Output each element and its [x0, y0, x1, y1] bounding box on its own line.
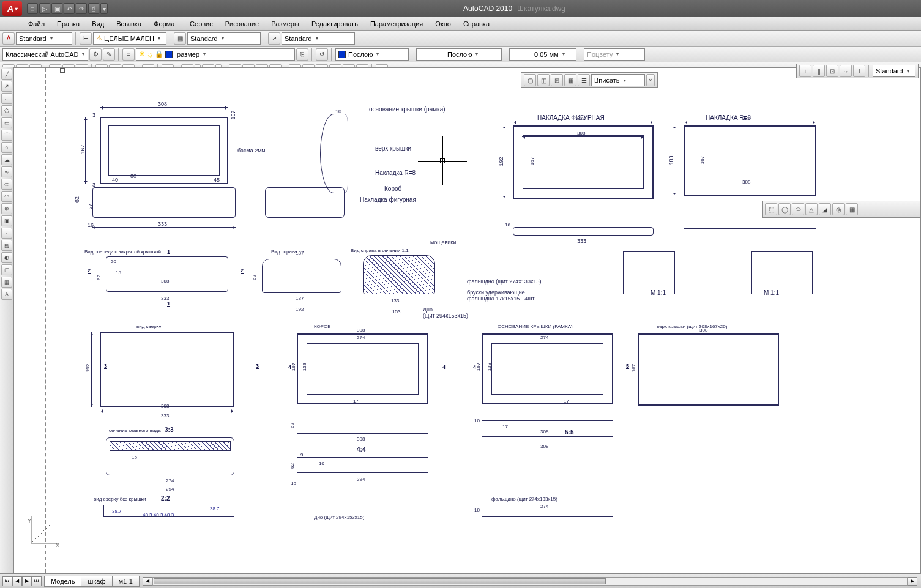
dim-333: 333 — [158, 221, 167, 227]
dim-333p1: 333 — [161, 413, 169, 419]
menu-parametric[interactable]: Параметризация — [364, 18, 429, 29]
layer-combo[interactable]: ☀☼🔒размер — [136, 48, 295, 61]
dim-333b: 333 — [577, 116, 585, 121]
linetype-combo[interactable]: Послою — [416, 48, 502, 61]
menu-format[interactable]: Формат — [147, 18, 184, 29]
qat-redo[interactable]: ↷ — [76, 3, 87, 14]
constr-icon1[interactable]: ⟂ — [799, 65, 811, 77]
rectangle-icon[interactable]: ▭ — [1, 117, 12, 128]
tab-model[interactable]: Модель — [44, 576, 81, 587]
workspace-save-icon[interactable]: ✎ — [103, 48, 115, 61]
polygon-icon[interactable]: ⬠ — [1, 105, 12, 116]
canvas[interactable]: 308 167 333 басма 2мм 80 40 45 62 16 27 … — [14, 68, 920, 573]
pal-cyl-icon[interactable]: ⬭ — [792, 203, 804, 215]
point-icon[interactable]: · — [1, 228, 12, 239]
arrow-3: 3 — [104, 363, 107, 369]
line-icon[interactable]: ╱ — [1, 69, 12, 80]
dimstyle-combo[interactable]: ⚠ЦЕЛЫЕ МАЛЕН — [93, 32, 166, 45]
textstyle-combo[interactable]: Standard — [16, 32, 72, 45]
color-combo[interactable]: Послою — [335, 48, 409, 61]
workspace-combo[interactable]: Классический AutoCAD — [2, 48, 88, 61]
region-icon[interactable]: ▢ — [1, 264, 12, 275]
menu-dimension[interactable]: Размеры — [265, 18, 305, 29]
vp-four-icon[interactable]: ▦ — [564, 74, 576, 86]
tablestyle-combo[interactable]: Standard — [187, 32, 261, 45]
pal-torus-icon[interactable]: ◎ — [832, 203, 845, 215]
hscroll-track[interactable] — [152, 577, 908, 586]
ellipsearc-icon[interactable]: ◠ — [1, 191, 12, 202]
mleader-combo[interactable]: Standard — [282, 32, 355, 45]
qat-new[interactable]: □ — [27, 3, 38, 14]
constr-icon4[interactable]: ↔ — [840, 65, 852, 77]
label-44: 4:4 — [357, 446, 365, 453]
layer-previous-icon[interactable]: ↺ — [316, 48, 328, 61]
qat-open[interactable]: ▷ — [39, 3, 50, 14]
pal-more-icon[interactable]: ▦ — [846, 203, 858, 215]
qat-print[interactable]: ⎙ — [88, 3, 99, 14]
menu-window[interactable]: Окно — [429, 18, 457, 29]
hscroll-thumb[interactable] — [154, 578, 606, 584]
constr-icon5[interactable]: ⊥ — [853, 65, 865, 77]
spline-icon[interactable]: ∿ — [1, 166, 12, 177]
plotstyle-combo[interactable]: Поцвету — [584, 48, 645, 61]
dimstyle-icon[interactable]: ⊢ — [80, 32, 92, 45]
tab-prev-icon[interactable]: ◀ — [12, 576, 22, 586]
vp-fit-combo[interactable]: Вписать — [591, 74, 645, 86]
menu-view[interactable]: Вид — [86, 18, 110, 29]
menu-help[interactable]: Справка — [457, 18, 496, 29]
circle-icon[interactable]: ○ — [1, 142, 12, 153]
qat-save[interactable]: ▣ — [51, 3, 62, 14]
lineweight-combo[interactable]: 0.05 мм — [509, 48, 576, 61]
menu-insert[interactable]: Вставка — [110, 18, 147, 29]
revcloud-icon[interactable]: ☁ — [1, 154, 12, 165]
workspace-settings-icon[interactable]: ⚙ — [89, 48, 102, 61]
pal-sphere-icon[interactable]: ◯ — [778, 203, 791, 215]
tab-layout2[interactable]: м1-1 — [112, 576, 140, 587]
table-icon[interactable]: ▦ — [1, 277, 12, 288]
pal-wedge-icon[interactable]: ◢ — [819, 203, 831, 215]
vp-named-icon[interactable]: ☰ — [578, 74, 590, 86]
hscroll-right-icon[interactable]: ▶ — [908, 577, 917, 586]
ellipse-icon[interactable]: ⬭ — [1, 179, 12, 190]
drawing-area[interactable]: 308 167 333 басма 2мм 80 40 45 62 16 27 … — [13, 67, 921, 573]
pal-cone-icon[interactable]: △ — [805, 203, 818, 215]
xline-icon[interactable]: ↗ — [1, 81, 12, 92]
pline-icon[interactable]: ⌐ — [1, 93, 12, 104]
qat-undo[interactable]: ↶ — [64, 3, 75, 14]
mtext-icon[interactable]: A — [1, 289, 12, 300]
textstyle-icon[interactable]: A — [2, 32, 15, 45]
constr-icon3[interactable]: ⊡ — [826, 65, 838, 77]
hatch-icon[interactable]: ▨ — [1, 240, 12, 251]
menu-draw[interactable]: Рисование — [219, 18, 265, 29]
menu-file[interactable]: Файл — [22, 18, 51, 29]
vp-close-icon[interactable]: × — [646, 74, 655, 86]
label-basma: басма 2мм — [237, 147, 266, 154]
annotation-combo[interactable]: Standard — [873, 65, 915, 77]
vp-single-icon[interactable]: ▢ — [524, 74, 536, 86]
gradient-icon[interactable]: ◐ — [1, 252, 12, 263]
vp-two-icon[interactable]: ◫ — [537, 74, 550, 86]
insert-icon[interactable]: ⊕ — [1, 203, 12, 214]
app-menu-button[interactable]: A — [2, 1, 22, 16]
makeblock-icon[interactable]: ▣ — [1, 215, 12, 226]
tab-last-icon[interactable]: ⏭ — [32, 576, 42, 586]
layer-states-icon[interactable]: ⎘ — [296, 48, 308, 61]
vp-three-icon[interactable]: ⊞ — [551, 74, 563, 86]
dim-167v: 167 — [631, 364, 636, 372]
hscroll-left-icon[interactable]: ◀ — [143, 577, 152, 586]
arrow-2b: 2 — [241, 267, 244, 274]
tab-layout1[interactable]: шкаф — [81, 576, 112, 587]
menu-tools[interactable]: Сервис — [184, 18, 219, 29]
menu-edit[interactable]: Правка — [51, 18, 86, 29]
menu-modify[interactable]: Редактировать — [305, 18, 364, 29]
qat-dropdown[interactable]: ▾ — [100, 3, 108, 14]
tab-first-icon[interactable]: ⏮ — [2, 576, 12, 586]
arc-icon[interactable]: ⌒ — [1, 130, 12, 141]
constr-icon2[interactable]: ∥ — [813, 65, 825, 77]
layer-manager-icon[interactable]: ≡ — [122, 48, 135, 61]
tablestyle-icon[interactable]: ▦ — [174, 32, 186, 45]
pal-cube-icon[interactable]: ⬚ — [765, 203, 777, 215]
mleader-icon[interactable]: ↗ — [268, 32, 280, 45]
tab-next-icon[interactable]: ▶ — [22, 576, 32, 586]
dim-3: 3 — [92, 182, 95, 188]
